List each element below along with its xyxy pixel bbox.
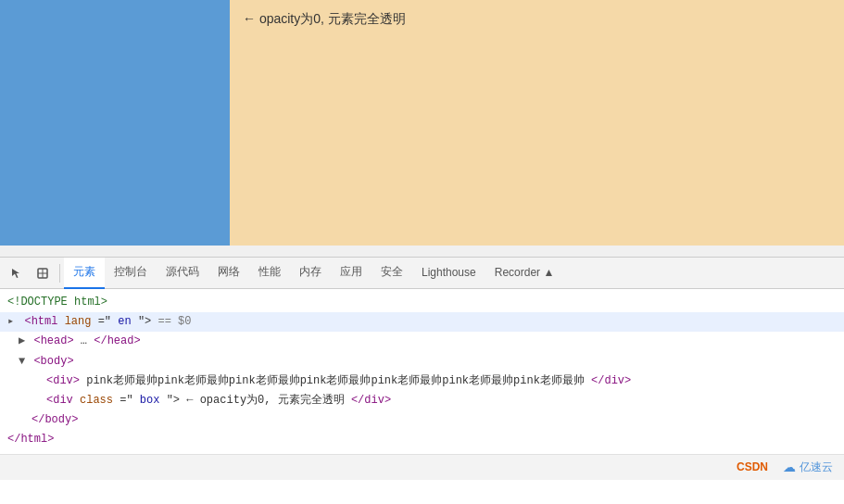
code-line-div-box[interactable]: <div class =" box "> ← opacity为0, 元素完全透明… [0,391,844,410]
tab-security[interactable]: 安全 [372,258,412,289]
tab-bar: 元素 控制台 源代码 网络 性能 内存 应用 安全 Lighthouse Rec… [0,258,844,289]
tab-divider [59,264,60,283]
code-line-html-close: </html> [0,430,844,449]
tab-console[interactable]: 控制台 [105,258,157,289]
tab-memory[interactable]: 内存 [290,258,331,289]
preview-area: ← opacity为0, 元素完全透明 [0,0,844,246]
tab-application[interactable]: 应用 [331,258,372,289]
csdn-label: CSDN [737,460,768,473]
yiyun-label: ☁ 亿速云 [783,460,833,475]
code-line-div-pink[interactable]: <div> pink老师最帅pink老师最帅pink老师最帅pink老师最帅pi… [0,372,844,391]
tab-network[interactable]: 网络 [208,258,249,289]
annotation-text: ← opacity为0, 元素完全透明 [243,9,831,29]
tab-sources[interactable]: 源代码 [157,258,208,289]
bottom-bar: CSDN ☁ 亿速云 [0,454,844,480]
separator [0,246,844,257]
inspect-icon-btn[interactable] [30,260,56,286]
code-line-head[interactable]: ▶ <head> … </head> [0,332,844,351]
code-line-body-close: </body> [0,410,844,430]
code-line-html[interactable]: ▸ <html lang =" en "> == $0 [0,312,844,332]
blue-box [0,0,230,246]
code-line-body-open[interactable]: ▼ <body> [0,352,844,372]
devtools-panel: 元素 控制台 源代码 网络 性能 内存 应用 安全 Lighthouse Rec… [0,257,844,480]
orange-annotation-area: ← opacity为0, 元素完全透明 [230,0,844,246]
code-line-doctype: <!DOCTYPE html> [0,293,844,312]
elements-content: <!DOCTYPE html> ▸ <html lang =" en "> ==… [0,289,844,454]
tab-recorder[interactable]: Recorder ▲ [485,258,564,289]
cloud-icon: ☁ [783,460,796,474]
cursor-icon-btn[interactable] [4,260,30,286]
tab-elements[interactable]: 元素 [64,258,105,289]
tab-performance[interactable]: 性能 [249,258,290,289]
tab-lighthouse[interactable]: Lighthouse [412,258,485,289]
